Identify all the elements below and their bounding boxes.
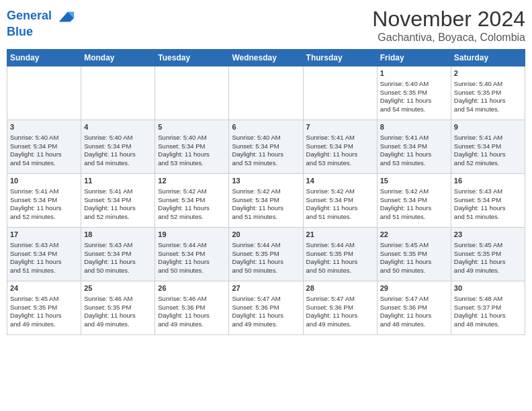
weekday-header: Wednesday xyxy=(229,50,303,66)
day-info: Sunrise: 5:46 AM xyxy=(84,295,152,304)
calendar-cell: 19Sunrise: 5:44 AMSunset: 5:34 PMDayligh… xyxy=(155,228,229,281)
day-info: Sunrise: 5:41 AM xyxy=(306,134,374,142)
calendar-cell: 28Sunrise: 5:47 AMSunset: 5:36 PMDayligh… xyxy=(303,281,377,335)
calendar-cell: 25Sunrise: 5:46 AMSunset: 5:35 PMDayligh… xyxy=(81,281,155,335)
day-number: 7 xyxy=(306,122,374,132)
day-info: Sunrise: 5:44 AM xyxy=(232,241,300,250)
day-info: Sunset: 5:34 PM xyxy=(306,196,374,205)
day-info: and 50 minutes. xyxy=(306,267,374,275)
day-number: 20 xyxy=(232,230,300,240)
calendar-week-row: 10Sunrise: 5:41 AMSunset: 5:34 PMDayligh… xyxy=(7,174,525,228)
day-info: and 50 minutes. xyxy=(380,267,448,275)
day-number: 9 xyxy=(454,122,522,132)
calendar-cell xyxy=(155,66,229,120)
day-info: Daylight: 11 hours xyxy=(380,258,448,267)
day-info: Daylight: 11 hours xyxy=(380,204,448,213)
day-info: and 53 minutes. xyxy=(232,159,300,168)
day-info: Sunrise: 5:41 AM xyxy=(84,187,152,196)
day-info: Sunrise: 5:41 AM xyxy=(454,134,522,142)
day-info: Daylight: 11 hours xyxy=(158,312,226,320)
day-info: Sunset: 5:35 PM xyxy=(10,304,78,312)
day-info: and 52 minutes. xyxy=(454,159,522,168)
day-info: and 50 minutes. xyxy=(84,267,152,275)
day-info: and 51 minutes. xyxy=(306,213,374,222)
day-number: 27 xyxy=(232,283,300,293)
calendar-cell: 15Sunrise: 5:42 AMSunset: 5:34 PMDayligh… xyxy=(377,174,451,228)
calendar-cell: 5Sunrise: 5:40 AMSunset: 5:34 PMDaylight… xyxy=(155,120,229,174)
weekday-header: Friday xyxy=(377,50,451,66)
logo-icon xyxy=(56,7,75,26)
calendar-cell: 2Sunrise: 5:40 AMSunset: 5:35 PMDaylight… xyxy=(451,66,525,120)
day-info: Daylight: 11 hours xyxy=(306,204,374,213)
calendar-cell: 10Sunrise: 5:41 AMSunset: 5:34 PMDayligh… xyxy=(7,174,81,228)
day-info: Sunrise: 5:40 AM xyxy=(10,134,78,142)
day-info: Daylight: 11 hours xyxy=(158,258,226,267)
day-info: and 49 minutes. xyxy=(10,320,78,329)
day-info: Sunset: 5:34 PM xyxy=(380,196,448,205)
calendar-cell: 4Sunrise: 5:40 AMSunset: 5:34 PMDaylight… xyxy=(81,120,155,174)
weekday-header: Sunday xyxy=(7,50,81,66)
day-info: Sunrise: 5:42 AM xyxy=(232,187,300,196)
day-info: Daylight: 11 hours xyxy=(454,312,522,320)
day-info: Daylight: 11 hours xyxy=(454,258,522,267)
day-info: Daylight: 11 hours xyxy=(84,150,152,159)
logo: General Blue xyxy=(7,7,75,39)
calendar-cell: 7Sunrise: 5:41 AMSunset: 5:34 PMDaylight… xyxy=(303,120,377,174)
day-info: Sunset: 5:34 PM xyxy=(232,196,300,205)
calendar-cell: 3Sunrise: 5:40 AMSunset: 5:34 PMDaylight… xyxy=(7,120,81,174)
day-info: and 49 minutes. xyxy=(158,320,226,329)
day-info: Sunset: 5:35 PM xyxy=(454,250,522,259)
day-info: Sunset: 5:34 PM xyxy=(232,142,300,151)
calendar-cell xyxy=(303,66,377,120)
day-number: 21 xyxy=(306,230,374,240)
day-info: Sunset: 5:34 PM xyxy=(158,250,226,259)
day-info: Sunrise: 5:47 AM xyxy=(380,295,448,304)
calendar-cell: 21Sunrise: 5:44 AMSunset: 5:35 PMDayligh… xyxy=(303,228,377,281)
day-number: 26 xyxy=(158,283,226,293)
day-info: Sunrise: 5:48 AM xyxy=(454,295,522,304)
calendar-cell: 22Sunrise: 5:45 AMSunset: 5:35 PMDayligh… xyxy=(377,228,451,281)
calendar-cell: 8Sunrise: 5:41 AMSunset: 5:34 PMDaylight… xyxy=(377,120,451,174)
calendar-cell: 9Sunrise: 5:41 AMSunset: 5:34 PMDaylight… xyxy=(451,120,525,174)
day-info: Sunrise: 5:47 AM xyxy=(232,295,300,304)
day-number: 15 xyxy=(380,176,448,186)
calendar-cell: 16Sunrise: 5:43 AMSunset: 5:34 PMDayligh… xyxy=(451,174,525,228)
calendar-cell: 13Sunrise: 5:42 AMSunset: 5:34 PMDayligh… xyxy=(229,174,303,228)
day-info: Sunrise: 5:44 AM xyxy=(158,241,226,250)
day-info: and 54 minutes. xyxy=(380,105,448,114)
day-info: Sunset: 5:34 PM xyxy=(10,250,78,259)
day-info: Sunrise: 5:43 AM xyxy=(84,241,152,250)
day-info: and 49 minutes. xyxy=(306,320,374,329)
calendar-cell: 20Sunrise: 5:44 AMSunset: 5:35 PMDayligh… xyxy=(229,228,303,281)
day-info: Sunset: 5:34 PM xyxy=(380,142,448,151)
calendar-week-row: 24Sunrise: 5:45 AMSunset: 5:35 PMDayligh… xyxy=(7,281,525,335)
day-info: Daylight: 11 hours xyxy=(10,312,78,320)
day-info: and 48 minutes. xyxy=(454,320,522,329)
day-number: 22 xyxy=(380,230,448,240)
day-info: Sunrise: 5:43 AM xyxy=(10,241,78,250)
day-info: Sunset: 5:34 PM xyxy=(10,142,78,151)
day-info: Daylight: 11 hours xyxy=(232,312,300,320)
logo-text: General xyxy=(7,7,75,26)
day-number: 19 xyxy=(158,230,226,240)
calendar-cell: 30Sunrise: 5:48 AMSunset: 5:37 PMDayligh… xyxy=(451,281,525,335)
calendar-cell: 12Sunrise: 5:42 AMSunset: 5:34 PMDayligh… xyxy=(155,174,229,228)
day-info: Sunrise: 5:45 AM xyxy=(10,295,78,304)
day-info: Sunset: 5:35 PM xyxy=(232,250,300,259)
weekday-header: Monday xyxy=(81,50,155,66)
day-info: Sunrise: 5:40 AM xyxy=(158,134,226,142)
calendar-cell: 26Sunrise: 5:46 AMSunset: 5:36 PMDayligh… xyxy=(155,281,229,335)
calendar-cell: 11Sunrise: 5:41 AMSunset: 5:34 PMDayligh… xyxy=(81,174,155,228)
day-info: and 49 minutes. xyxy=(232,320,300,329)
day-number: 25 xyxy=(84,283,152,293)
day-info: Sunrise: 5:40 AM xyxy=(84,134,152,142)
day-info: and 53 minutes. xyxy=(380,159,448,168)
day-info: Sunset: 5:34 PM xyxy=(306,142,374,151)
day-info: and 53 minutes. xyxy=(306,159,374,168)
day-info: Daylight: 11 hours xyxy=(454,97,522,105)
day-info: and 51 minutes. xyxy=(232,213,300,222)
calendar-cell: 24Sunrise: 5:45 AMSunset: 5:35 PMDayligh… xyxy=(7,281,81,335)
day-info: Sunset: 5:36 PM xyxy=(158,304,226,312)
day-info: and 50 minutes. xyxy=(158,267,226,275)
day-info: and 52 minutes. xyxy=(158,213,226,222)
